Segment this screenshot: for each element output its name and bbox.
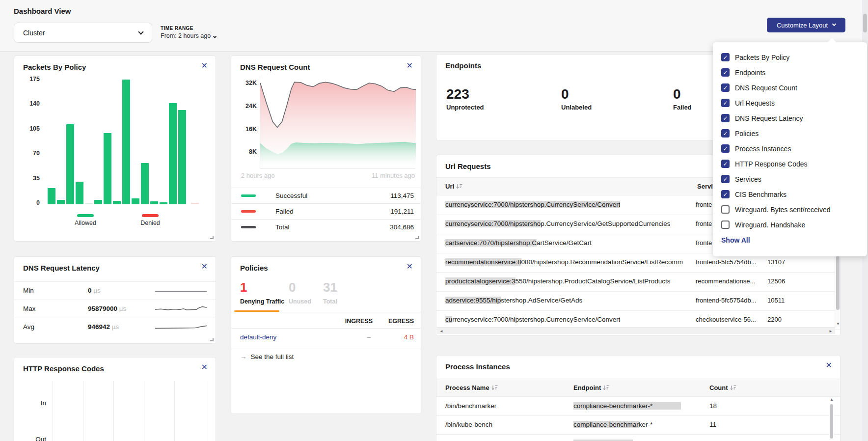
chevron-down-icon (138, 29, 143, 34)
sort-icon (491, 385, 498, 390)
checkbox-checked-icon[interactable]: ✓ (721, 68, 730, 77)
menu-item[interactable]: ✓Process Instances (721, 141, 867, 156)
legend-label: Successful (275, 192, 307, 199)
column-header-process-name[interactable]: Process Name (445, 384, 498, 391)
bar-allowed (160, 202, 167, 204)
menu-item[interactable]: Wireguard. Bytes sent/received (721, 202, 867, 217)
menu-item[interactable]: ✓Endpoints (721, 65, 867, 80)
checkbox-unchecked-icon[interactable] (721, 220, 730, 229)
endpoint-rest: ker-* (639, 421, 653, 428)
y-tick-label: 16K (239, 126, 257, 133)
menu-item[interactable]: ✓CIS Benchmarks (721, 187, 867, 202)
policies-tab-total[interactable]: 31Total (323, 280, 337, 305)
policy-egress-value: 4 B (404, 333, 414, 341)
bar-allowed (122, 80, 130, 204)
checkbox-checked-icon[interactable]: ✓ (721, 160, 730, 168)
card-title: Url Requests (445, 162, 491, 170)
sort-icon (603, 385, 609, 390)
scrollbar-thumb[interactable] (830, 404, 833, 439)
legend-item: Allowed (68, 214, 103, 226)
checkbox-checked-icon[interactable]: ✓ (721, 175, 730, 183)
tab-label: Unused (289, 298, 311, 305)
menu-item-label: Policies (735, 130, 759, 138)
close-icon[interactable]: ✕ (407, 62, 413, 70)
see-full-list-link[interactable]: →See the full list (240, 353, 294, 360)
scrollbar-thumb[interactable] (836, 256, 840, 310)
count-cell: 18 (709, 402, 717, 410)
policies-tab-unused[interactable]: 0Unused (289, 280, 311, 305)
menu-item[interactable]: ✓HTTP Response Codes (721, 156, 867, 171)
url-rest: stershop.AdService/GetAds (501, 297, 582, 304)
legend-swatch (241, 194, 256, 197)
close-icon[interactable]: ✕ (201, 363, 208, 371)
close-icon[interactable]: ✕ (201, 263, 208, 271)
metric-label: Unlabeled (561, 104, 592, 111)
time-range-value[interactable]: From: 2 hours ago (161, 32, 216, 39)
column-header-count[interactable]: Count (709, 384, 736, 391)
chart-legend: Successful113,475Failed191,211Total304,6… (231, 188, 421, 235)
legend-value: 304,686 (390, 223, 414, 231)
url-rest: 080/hipstershop.RecommendationService/Li… (521, 258, 683, 266)
close-icon[interactable]: ✕ (826, 361, 832, 369)
scroll-up-icon[interactable]: ▲ (830, 397, 834, 402)
scrollbar-thumb[interactable] (863, 14, 867, 32)
menu-item[interactable]: ✓Url Requests (721, 95, 867, 110)
customize-layout-button[interactable]: Customize Layout (767, 18, 845, 32)
dashboard-page: Dashboard View Cluster TIME RANGE From: … (0, 0, 868, 441)
sort-icon (730, 385, 736, 390)
menu-item-label: DNS Request Count (735, 84, 797, 92)
legend-row: Failed191,211 (231, 203, 421, 219)
column-header-url[interactable]: Url (445, 183, 462, 190)
endpoint-cell: compliance-benchmarker-* (573, 421, 652, 428)
scroll-right-icon[interactable]: ► (829, 329, 833, 333)
menu-item[interactable]: Wireguard. Handshake (721, 217, 867, 232)
count-cell: 2200 (767, 316, 782, 323)
view-select[interactable]: Cluster (14, 23, 152, 43)
menu-item[interactable]: ✓Services (721, 171, 867, 187)
menu-item[interactable]: ✓DNS Request Latency (721, 110, 867, 126)
menu-item[interactable]: ✓Packets By Policy (721, 50, 867, 65)
close-icon[interactable]: ✕ (201, 62, 208, 70)
tab-value: 0 (289, 280, 311, 294)
menu-item[interactable]: ✓Policies (721, 126, 867, 141)
table-row: /bin/benchmarkercompliance-benchmarker-*… (436, 397, 840, 416)
column-header-endpoint[interactable]: Endpoint (573, 384, 609, 391)
close-icon[interactable]: ✕ (407, 263, 413, 271)
menu-item-label: Wireguard. Bytes sent/received (735, 206, 831, 214)
resize-handle[interactable] (210, 236, 214, 239)
resize-handle[interactable] (415, 236, 419, 239)
horizontal-scrollbar[interactable]: ◄ ► (437, 327, 835, 334)
policies-tab-denying-traffic[interactable]: 1Denying Traffic (240, 280, 284, 305)
process-name-cell: /bin/benchmarker (445, 402, 496, 410)
menu-item-label: HTTP Response Codes (735, 160, 808, 168)
table-row: productcatalogservice:3550/hipstershop.P… (436, 273, 840, 292)
policy-link[interactable]: default-deny (240, 333, 276, 341)
checkbox-checked-icon[interactable]: ✓ (721, 83, 730, 92)
legend-value: 191,211 (390, 208, 414, 215)
menu-item[interactable]: ✓DNS Request Count (721, 80, 867, 95)
latency-unit: µs (93, 287, 101, 294)
checkbox-checked-icon[interactable]: ✓ (721, 114, 730, 122)
time-range-label: TIME RANGE (161, 26, 216, 31)
card-title: DNS Request Latency (23, 264, 100, 272)
scroll-left-icon[interactable]: ◄ (439, 329, 443, 333)
checkbox-unchecked-icon[interactable] (721, 205, 730, 214)
http-response-codes-card: HTTP Response Codes ✕ In Out (14, 357, 216, 441)
checkbox-checked-icon[interactable]: ✓ (721, 99, 730, 107)
checkbox-checked-icon[interactable]: ✓ (721, 190, 730, 198)
bar-allowed-faint (85, 203, 93, 204)
y-tick-label: 8K (239, 148, 257, 155)
bar-allowed (113, 201, 121, 204)
policies-card: Policies ✕ 1Denying Traffic0Unused31Tota… (231, 256, 421, 414)
checkbox-checked-icon[interactable]: ✓ (721, 129, 730, 138)
scroll-down-icon[interactable]: ▼ (836, 322, 840, 326)
resize-handle[interactable] (210, 338, 214, 341)
process-instances-card: Process Instances ✕ Process Name Endpoin… (436, 355, 841, 441)
checkbox-checked-icon[interactable]: ✓ (721, 144, 730, 153)
y-tick-label: 70 (20, 150, 40, 157)
checkbox-checked-icon[interactable]: ✓ (721, 53, 730, 61)
metric-label: Failed (673, 104, 692, 111)
show-all-link[interactable]: Show All (721, 236, 750, 244)
url-highlight: currencyservice:7000/hipstershop.Currenc… (445, 201, 620, 208)
vertical-scrollbar[interactable]: ▲ (829, 397, 834, 441)
